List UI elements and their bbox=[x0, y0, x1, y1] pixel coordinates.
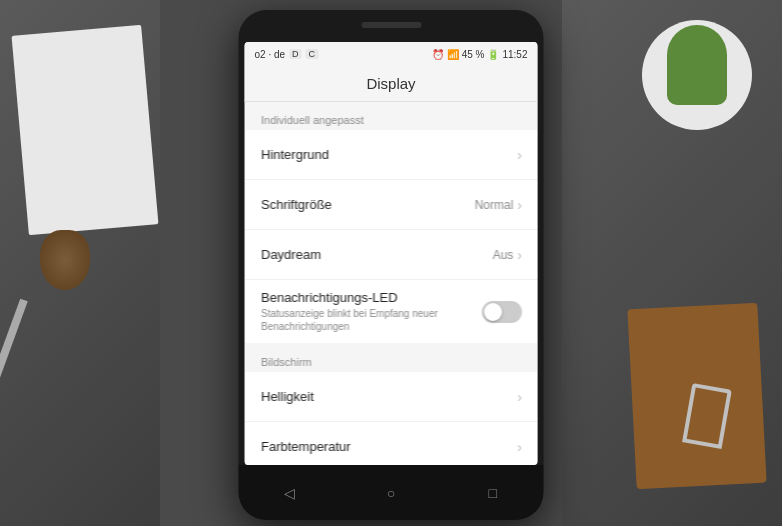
item-left-farbtemperatur: Farbtemperatur bbox=[261, 429, 517, 464]
item-value-daydream: Aus bbox=[492, 248, 513, 262]
phone-speaker bbox=[361, 22, 421, 28]
item-left-schriftgroesse: Schriftgröße bbox=[261, 187, 475, 222]
nav-recent-button[interactable]: □ bbox=[478, 478, 508, 508]
item-left-helligkeit: Helligkeit bbox=[261, 379, 517, 414]
operator-label: o2 · de bbox=[255, 49, 286, 60]
toggle-thumb-led bbox=[484, 303, 502, 321]
chevron-icon-hintergrund: › bbox=[517, 147, 522, 163]
page-title: Display bbox=[366, 75, 415, 92]
item-subtitle-led: Statusanzeige blinkt bei Empfang neuer B… bbox=[261, 307, 482, 333]
item-left-hintergrund: Hintergrund bbox=[261, 137, 517, 172]
settings-item-hintergrund[interactable]: Hintergrund › bbox=[245, 130, 538, 180]
item-title-farbtemperatur: Farbtemperatur bbox=[261, 439, 517, 454]
time-label: 11:52 bbox=[502, 49, 527, 60]
item-title-hintergrund: Hintergrund bbox=[261, 147, 517, 162]
badge-c: C bbox=[306, 49, 319, 59]
settings-item-led[interactable]: Benachrichtigungs-LED Statusanzeige blin… bbox=[245, 280, 538, 343]
chevron-icon-daydream: › bbox=[517, 247, 522, 263]
item-title-schriftgroesse: Schriftgröße bbox=[261, 197, 475, 212]
item-title-led: Benachrichtigungs-LED bbox=[261, 290, 482, 305]
settings-content: Individuell angepasst Hintergrund › Schr… bbox=[245, 102, 538, 465]
item-left-led: Benachrichtigungs-LED Statusanzeige blin… bbox=[261, 280, 482, 343]
status-left: o2 · de D C bbox=[255, 49, 319, 60]
section-header-1: Individuell angepasst bbox=[245, 102, 538, 130]
phone-screen: o2 · de D C ⏰ 📶 45 % 🔋 11:52 Display Ind… bbox=[245, 42, 538, 465]
item-value-schriftgroesse: Normal bbox=[474, 198, 513, 212]
settings-group-2: Helligkeit › Farbtemperatur › bbox=[245, 372, 538, 465]
chevron-icon-farbtemperatur: › bbox=[517, 439, 522, 455]
settings-group-1: Hintergrund › Schriftgröße Normal › bbox=[245, 130, 538, 343]
item-right-farbtemperatur: › bbox=[517, 439, 522, 455]
badge-d: D bbox=[289, 49, 302, 59]
battery-icon: 🔋 bbox=[487, 49, 499, 60]
settings-item-schriftgroesse[interactable]: Schriftgröße Normal › bbox=[245, 180, 538, 230]
item-right-helligkeit: › bbox=[517, 389, 522, 405]
item-right-hintergrund: › bbox=[517, 147, 522, 163]
bg-cactus bbox=[667, 25, 727, 105]
item-right-schriftgroesse: Normal › bbox=[474, 197, 521, 213]
item-right-daydream: Aus › bbox=[492, 247, 521, 263]
bg-paper bbox=[12, 25, 159, 236]
home-icon: ○ bbox=[387, 485, 395, 501]
signal-icon: 📶 bbox=[447, 49, 459, 60]
bg-pinecone bbox=[40, 230, 90, 290]
alarm-icon: ⏰ bbox=[432, 49, 444, 60]
chevron-icon-helligkeit: › bbox=[517, 389, 522, 405]
bg-cactus-pot bbox=[642, 20, 752, 130]
title-bar: Display bbox=[245, 66, 538, 102]
recent-icon: □ bbox=[488, 485, 496, 501]
chevron-icon-schriftgroesse: › bbox=[517, 197, 522, 213]
item-left-daydream: Daydream bbox=[261, 237, 493, 272]
toggle-led[interactable] bbox=[482, 301, 522, 323]
nav-home-button[interactable]: ○ bbox=[376, 478, 406, 508]
item-right-led bbox=[482, 301, 522, 323]
battery-label: 45 % bbox=[462, 49, 485, 60]
item-title-helligkeit: Helligkeit bbox=[261, 389, 517, 404]
settings-item-helligkeit[interactable]: Helligkeit › bbox=[245, 372, 538, 422]
nav-back-button[interactable]: ◁ bbox=[274, 478, 304, 508]
item-title-daydream: Daydream bbox=[261, 247, 493, 262]
phone-navbar: ◁ ○ □ bbox=[239, 465, 544, 520]
settings-item-daydream[interactable]: Daydream Aus › bbox=[245, 230, 538, 280]
phone: o2 · de D C ⏰ 📶 45 % 🔋 11:52 Display Ind… bbox=[239, 10, 544, 520]
status-bar: o2 · de D C ⏰ 📶 45 % 🔋 11:52 bbox=[245, 42, 538, 66]
section-header-2: Bildschirm bbox=[245, 344, 538, 372]
back-icon: ◁ bbox=[284, 485, 295, 501]
status-right: ⏰ 📶 45 % 🔋 11:52 bbox=[432, 49, 528, 60]
settings-item-farbtemperatur[interactable]: Farbtemperatur › bbox=[245, 422, 538, 465]
